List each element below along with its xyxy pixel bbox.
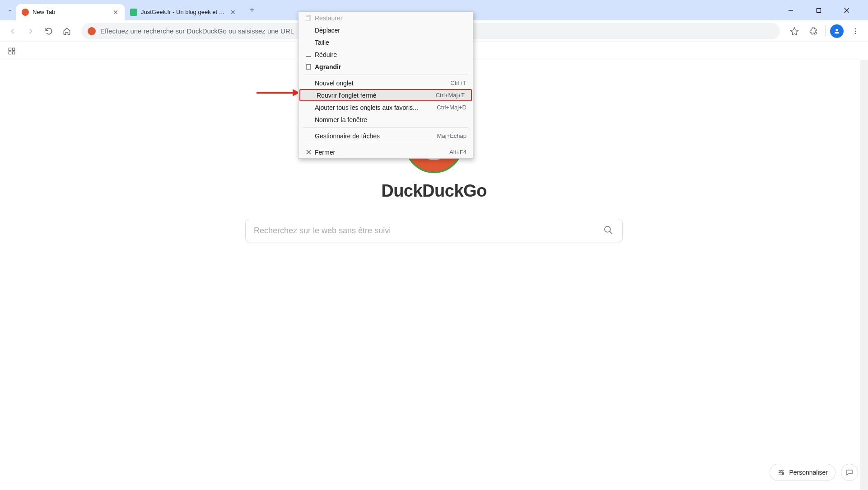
back-button[interactable] (5, 24, 20, 38)
tab-title: JustGeek.fr - Un blog geek et h... (141, 9, 226, 15)
svg-rect-1 (817, 8, 821, 12)
maximize-icon (302, 64, 315, 70)
svg-point-14 (783, 473, 784, 475)
window-context-menu: Restaurer Déplacer Taille Réduire Agrand… (298, 11, 473, 159)
menu-minimize[interactable]: Réduire (299, 48, 473, 61)
reload-button[interactable] (42, 24, 56, 38)
personalize-label: Personnaliser (789, 469, 828, 476)
svg-line-11 (610, 231, 612, 234)
apps-grid-icon[interactable] (5, 45, 18, 57)
tab-search-button[interactable] (4, 4, 16, 17)
menu-button[interactable] (848, 24, 863, 38)
restore-icon (302, 15, 315, 21)
minimize-icon (302, 52, 315, 57)
personalize-button[interactable]: Personnaliser (770, 464, 835, 481)
svg-rect-6 (9, 48, 11, 50)
menu-size[interactable]: Taille (299, 36, 473, 48)
minimize-button[interactable] (780, 3, 801, 18)
tab-title: New Tab (33, 9, 108, 15)
menu-bookmark-all-tabs[interactable]: Ajouter tous les onglets aux favoris... … (299, 101, 473, 113)
window-controls (780, 3, 864, 18)
logo-text: DuckDuckGo (381, 181, 487, 201)
forward-button[interactable] (23, 24, 38, 38)
close-tab-icon[interactable]: ✕ (112, 9, 119, 16)
chat-button[interactable] (841, 464, 858, 481)
menu-name-window[interactable]: Nommer la fenêtre (299, 113, 473, 126)
menu-reopen-closed-tab[interactable]: Rouvrir l'onglet fermé Ctrl+Maj+T (299, 89, 472, 101)
duckduckgo-favicon (22, 9, 29, 16)
svg-point-2 (835, 28, 838, 31)
search-icon[interactable] (603, 225, 614, 236)
svg-rect-8 (9, 52, 11, 54)
menu-divider (303, 127, 468, 128)
close-window-button[interactable] (836, 3, 857, 18)
svg-point-13 (780, 472, 781, 473)
menu-divider (303, 75, 468, 75)
menu-divider (303, 144, 468, 144)
bookmark-star-icon[interactable] (787, 24, 802, 38)
svg-point-10 (605, 226, 611, 232)
svg-rect-18 (306, 17, 310, 21)
tab-new-tab[interactable]: New Tab ✕ (16, 4, 125, 20)
svg-rect-20 (306, 65, 311, 69)
menu-maximize[interactable]: Agrandir (299, 61, 473, 73)
close-icon (302, 150, 315, 155)
new-tab-button[interactable]: + (246, 4, 258, 17)
bottom-right-controls: Personnaliser (770, 464, 858, 481)
justgeek-favicon (130, 9, 137, 16)
sliders-icon (777, 468, 785, 476)
profile-button[interactable] (830, 24, 844, 38)
scrollbar[interactable] (860, 60, 868, 490)
svg-point-4 (855, 30, 856, 32)
close-tab-icon[interactable]: ✕ (229, 9, 237, 16)
site-identity-icon[interactable] (88, 27, 96, 35)
home-button[interactable] (60, 24, 74, 38)
menu-new-tab[interactable]: Nouvel onglet Ctrl+T (299, 77, 473, 89)
tab-justgeek[interactable]: JustGeek.fr - Un blog geek et h... ✕ (125, 4, 242, 20)
annotation-arrow (257, 88, 302, 97)
extensions-icon[interactable] (806, 24, 821, 38)
toolbar-divider (825, 26, 826, 37)
menu-move[interactable]: Déplacer (299, 24, 473, 36)
search-input[interactable] (254, 226, 603, 236)
menu-close[interactable]: Fermer Alt+F4 (299, 146, 473, 158)
svg-rect-7 (13, 48, 15, 50)
svg-point-12 (782, 470, 783, 471)
maximize-button[interactable] (808, 3, 829, 18)
svg-point-3 (855, 28, 856, 29)
svg-rect-9 (13, 52, 15, 54)
menu-task-manager[interactable]: Gestionnaire de tâches Maj+Échap (299, 130, 473, 142)
search-box[interactable] (245, 219, 623, 242)
svg-point-5 (855, 33, 856, 34)
menu-restore: Restaurer (299, 12, 473, 24)
